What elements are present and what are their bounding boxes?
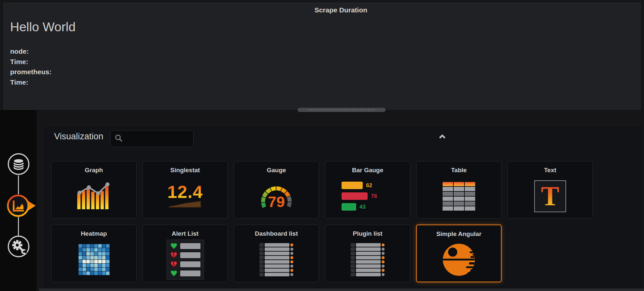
tab-queries[interactable] (7, 153, 30, 175)
gear-wrench-icon (7, 253, 30, 259)
text-icon-letter: T (541, 183, 559, 210)
text-panel-body: node: Time: prometheus: Time: (10, 46, 51, 87)
text-line-time2: Time: (10, 77, 51, 88)
section-title: Visualization (54, 132, 103, 142)
tab-connector-line (18, 175, 19, 194)
area-chart-icon (6, 215, 44, 220)
viz-card-label: Singlestat (143, 167, 227, 174)
viz-card-text[interactable]: Text T (507, 161, 593, 219)
bar-gauge-icon: 627643 (325, 177, 410, 215)
panel-scrape-duration: Scrape Duration Hello World node: Time: … (3, 3, 641, 110)
viz-card-alert-list[interactable]: Alert List (142, 225, 228, 282)
tab-visualization-active[interactable] (6, 192, 44, 219)
viz-card-gauge[interactable]: Gauge 79 (234, 161, 319, 219)
singlestat-value: 12.4 (167, 184, 203, 200)
viz-card-label: Gauge (234, 167, 319, 174)
text-line-node: node: (10, 46, 51, 57)
viz-card-label: Dashboard list (234, 230, 319, 237)
resize-handle-dots (308, 109, 375, 111)
viz-card-label: Simple Angular (417, 230, 501, 238)
alert-list-icon (143, 241, 227, 279)
svg-text:79: 79 (268, 193, 285, 210)
viz-card-label: Alert List (143, 230, 227, 237)
next-section-top-edge[interactable] (39, 288, 644, 291)
text-icon: T (508, 177, 593, 215)
viz-card-label: Bar Gauge (325, 167, 410, 174)
collapse-section-button[interactable] (436, 133, 448, 142)
viz-card-plugin-list[interactable]: Plugin list (325, 225, 410, 282)
tab-general-settings[interactable] (7, 235, 30, 258)
viz-card-bar-gauge[interactable]: Bar Gauge 627643 (325, 161, 410, 219)
viz-card-simple-angular[interactable]: Simple Angular (416, 225, 502, 282)
viz-card-singlestat[interactable]: Singlestat 12.4 (142, 161, 228, 219)
grafana-panel-editor: Scrape Duration Hello World node: Time: … (0, 0, 644, 291)
text-line-time1: Time: (10, 57, 51, 67)
viz-card-heatmap[interactable]: Heatmap (51, 225, 137, 282)
viz-card-label: Table (417, 167, 501, 174)
viz-card-graph[interactable]: Graph (51, 161, 137, 219)
graph-icon (51, 177, 136, 215)
singlestat-icon: 12.4 (143, 177, 227, 215)
search-icon (114, 134, 123, 144)
dashboard-list-icon (234, 241, 319, 279)
text-line-prometheus: prometheus: (10, 67, 51, 77)
viz-card-table[interactable]: Table (416, 161, 502, 219)
viz-search[interactable] (110, 130, 194, 147)
viz-cards-row-1: Graph Singlestat 12.4 (51, 161, 593, 219)
viz-card-label: Text (508, 167, 593, 174)
visualization-picker-section: Visualization Graph (43, 125, 644, 291)
heatmap-icon (51, 241, 136, 279)
panel-resize-handle[interactable] (298, 108, 386, 112)
text-panel-heading: Hello World (10, 20, 76, 34)
viz-card-label: Heatmap (51, 230, 136, 237)
viz-search-input[interactable] (125, 135, 189, 143)
viz-card-label: Graph (51, 167, 136, 174)
chevron-up-icon (438, 133, 447, 142)
panel-title[interactable]: Scrape Duration (22, 6, 644, 14)
death-star-icon (417, 241, 501, 278)
viz-card-label: Plugin list (325, 230, 410, 237)
database-icon (7, 171, 30, 176)
viz-card-dashboard-list[interactable]: Dashboard list (234, 225, 319, 282)
table-icon (417, 177, 501, 215)
plugin-list-icon (325, 241, 410, 279)
viz-cards-row-2: Heatmap Alert List Dashboard list Plugin… (51, 225, 502, 282)
gauge-icon: 79 (234, 177, 319, 215)
